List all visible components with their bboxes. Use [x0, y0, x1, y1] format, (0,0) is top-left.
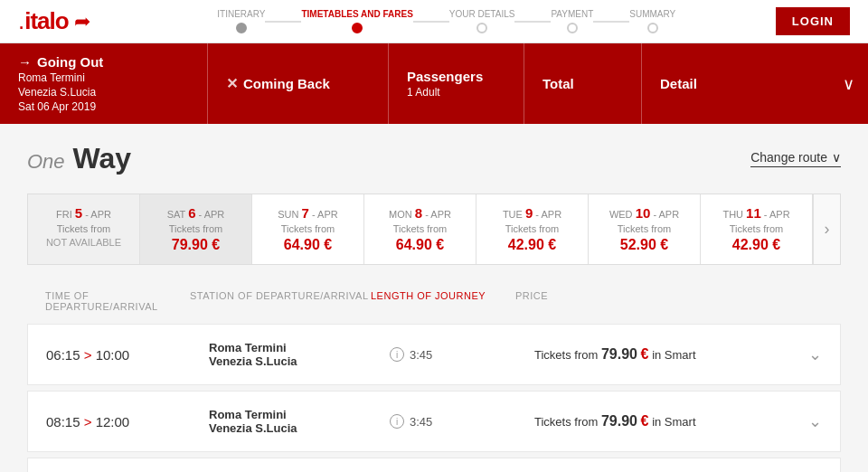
date-fri-month: - apr: [85, 209, 111, 220]
logo: .italo ➦: [18, 7, 90, 35]
date-tue-price: 42.90 €: [486, 237, 579, 253]
date-fri-daynum: 5: [75, 205, 82, 221]
nav-steps: ITINERARY TIMETABLES AND FARES YOUR DETA…: [118, 9, 776, 33]
train-1-expand-icon[interactable]: ⌄: [808, 345, 822, 364]
date-sat-price: 79.90 €: [149, 237, 242, 253]
col-headers: TIME OF DEPARTURE/ARRIVAL STATION OF DEP…: [27, 283, 841, 319]
date-col-thu[interactable]: THU 11 - apr Tickets from 42.90 €: [701, 194, 813, 264]
date-thu-price: 42.90 €: [710, 237, 803, 253]
step-details-label: YOUR DETAILS: [449, 9, 515, 19]
date-selector: FRI 5 - apr Tickets from NOT AVAILABLE S…: [27, 194, 841, 265]
date-wed-price: 52.90 €: [598, 237, 691, 253]
col-header-journey: LENGTH OF JOURNEY: [371, 290, 515, 312]
main-content: One Way Change route ∨ FRI 5 - apr Ticke…: [0, 124, 868, 472]
date-thu-month: - apr: [764, 209, 790, 220]
going-from: Roma Termini: [18, 71, 189, 84]
step-line-1: [265, 21, 301, 23]
step-summary[interactable]: SUMMARY: [629, 9, 675, 33]
going-to: Venezia S.Lucia: [18, 86, 189, 99]
step-payment-dot: [567, 23, 578, 33]
date-wed-dayname: WED: [609, 209, 633, 220]
passengers-title: Passengers: [407, 69, 505, 84]
header: .italo ➦ ITINERARY TIMETABLES AND FARES …: [0, 0, 868, 43]
train-1-price: Tickets from 79.90 € in Smart: [534, 346, 808, 363]
date-sun-price: 64.90 €: [261, 237, 354, 253]
train-1-depart: 06:15: [46, 347, 80, 363]
date-mon-month: - apr: [425, 209, 451, 220]
date-tue-label: TUE 9 - apr: [486, 205, 579, 221]
train-1-duration: 3:45: [410, 348, 432, 362]
train-1-arrive: 10:00: [96, 347, 130, 363]
date-fri-tickets: Tickets from: [37, 223, 130, 234]
train-2-info-icon[interactable]: i: [390, 414, 404, 429]
step-itinerary[interactable]: ITINERARY: [217, 9, 265, 33]
detail-section[interactable]: Detail ∨: [642, 43, 868, 124]
date-mon-daynum: 8: [415, 205, 422, 221]
train-1-price-eur: €: [641, 346, 649, 362]
train-row-2[interactable]: 08:15 > 12:00 Roma Termini Venezia S.Luc…: [27, 391, 841, 452]
date-sun-month: - apr: [312, 209, 338, 220]
date-sat-daynum: 6: [188, 205, 195, 221]
title-row: One Way Change route ∨: [27, 142, 841, 175]
step-line-3: [514, 21, 551, 23]
train-2-expand-icon[interactable]: ⌄: [808, 411, 822, 431]
detail-chevron-icon: ∨: [843, 74, 854, 94]
train-2-tickets-label: Tickets from: [534, 415, 601, 429]
col-header-price: PRICE: [515, 290, 841, 312]
date-sun-dayname: SUN: [278, 209, 298, 220]
date-fri-unavailable: NOT AVAILABLE: [37, 237, 130, 248]
date-col-sun[interactable]: SUN 7 - apr Tickets from 64.90 €: [252, 194, 364, 264]
date-mon-dayname: MON: [389, 209, 412, 220]
going-out-section[interactable]: → Going Out Roma Termini Venezia S.Lucia…: [0, 43, 208, 124]
coming-back-title: ✕ Coming Back: [226, 75, 370, 92]
train-1-station: Roma Termini Venezia S.Lucia: [209, 341, 390, 368]
date-wed-label: WED 10 - apr: [598, 205, 691, 221]
step-timetables[interactable]: TIMETABLES AND FARES: [301, 9, 412, 33]
login-button[interactable]: LOGIN: [776, 7, 850, 35]
date-sat-tickets: Tickets from: [149, 223, 242, 234]
train-2-station: Roma Termini Venezia S.Lucia: [209, 408, 390, 435]
coming-back-section[interactable]: ✕ Coming Back: [208, 43, 389, 124]
total-title: Total: [542, 76, 623, 91]
logo-dot: .: [18, 7, 24, 35]
date-col-mon[interactable]: MON 8 - apr Tickets from 64.90 €: [364, 194, 476, 264]
date-thu-label: THU 11 - apr: [710, 205, 803, 221]
change-route-button[interactable]: Change route ∨: [750, 150, 841, 167]
train-2-price: Tickets from 79.90 € in Smart: [534, 413, 808, 430]
col-header-time: TIME OF DEPARTURE/ARRIVAL: [27, 290, 190, 312]
step-details[interactable]: YOUR DETAILS: [449, 9, 515, 33]
step-timetables-dot: [352, 23, 363, 33]
train-2-duration: 3:45: [410, 415, 432, 429]
going-out-arrow-icon: →: [18, 54, 32, 70]
step-line-4: [593, 21, 629, 23]
coming-back-label: Coming Back: [243, 76, 330, 91]
date-col-fri[interactable]: FRI 5 - apr Tickets from NOT AVAILABLE: [28, 194, 140, 264]
train-row-3[interactable]: 09:15 > 13:00 Roma Termini Venezia S.Luc…: [27, 458, 841, 472]
train-2-price-eur: €: [641, 413, 649, 429]
date-sat-month: - apr: [199, 209, 225, 220]
date-mon-price: 64.90 €: [373, 237, 467, 253]
train-1-price-type: in Smart: [652, 348, 695, 362]
date-col-sat[interactable]: SAT 6 - apr Tickets from 79.90 €: [140, 194, 252, 264]
date-next-button[interactable]: ›: [813, 194, 840, 264]
step-payment-label: PAYMENT: [551, 9, 593, 19]
date-col-wed[interactable]: WED 10 - apr Tickets from 52.90 €: [589, 194, 701, 264]
train-row-1[interactable]: 06:15 > 10:00 Roma Termini Venezia S.Luc…: [27, 324, 841, 385]
booking-banner: → Going Out Roma Termini Venezia S.Lucia…: [0, 43, 868, 124]
train-1-station-from: Roma Termini: [209, 341, 390, 354]
passengers-section: Passengers 1 Adult: [389, 43, 524, 124]
train-1-price-val: 79.90: [601, 346, 637, 362]
date-mon-label: MON 8 - apr: [373, 205, 467, 221]
train-1-info-icon[interactable]: i: [390, 347, 404, 362]
train-2-depart: 08:15: [46, 414, 80, 430]
date-col-tue[interactable]: TUE 9 - apr Tickets from 42.90 €: [476, 194, 589, 264]
step-details-dot: [476, 23, 487, 33]
date-tue-dayname: TUE: [503, 209, 523, 220]
going-out-title: → Going Out: [18, 54, 189, 70]
date-fri-label: FRI 5 - apr: [37, 205, 130, 221]
train-1-time: 06:15 > 10:00: [46, 347, 209, 363]
step-payment[interactable]: PAYMENT: [551, 9, 593, 33]
date-sat-label: SAT 6 - apr: [149, 205, 242, 221]
step-line-2: [413, 21, 449, 23]
date-sun-label: SUN 7 - apr: [261, 205, 354, 221]
